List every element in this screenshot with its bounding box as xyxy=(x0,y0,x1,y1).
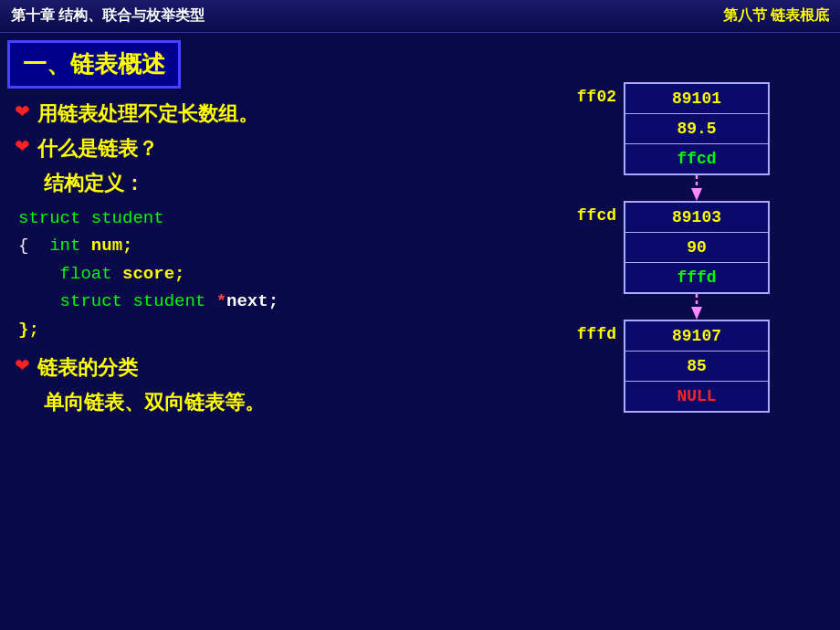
code-struct-student-2: struct student xyxy=(60,291,216,311)
node-group-3: fffd 89107 85 NULL xyxy=(566,320,822,413)
header-left-title: 第十章 结构、联合与枚举类型 xyxy=(11,6,205,26)
arrow-down-2 xyxy=(624,294,770,320)
node-cell-3-1: 89107 xyxy=(625,321,768,352)
arrow-svg-1 xyxy=(669,175,724,201)
dots-1 xyxy=(624,175,822,201)
diagram: ff02 89101 89.5 ffcd ffcd 89103 90 fffd xyxy=(566,82,822,413)
node-group-1: ff02 89101 89.5 ffcd xyxy=(566,82,822,175)
node-cell-3-2: 85 xyxy=(625,352,768,382)
node-box-1: 89101 89.5 ffcd xyxy=(624,82,770,175)
node-cell-2-2: 90 xyxy=(625,233,768,263)
node-group-2: ffcd 89103 90 fffd xyxy=(566,201,822,294)
bullet-text-3: 链表的分类 xyxy=(37,354,138,382)
bullet-icon-2: ❤ xyxy=(15,137,30,155)
arrow-svg-2 xyxy=(669,294,724,320)
node-cell-2-3: fffd xyxy=(625,263,768,292)
arrow-down-1 xyxy=(624,175,770,201)
bullet-icon-3: ❤ xyxy=(15,356,30,374)
code-indent-1 xyxy=(18,264,60,284)
bullet-text-2: 什么是链表？ xyxy=(37,135,158,163)
node-box-2: 89103 90 fffd xyxy=(624,201,770,294)
node-label-2: ffcd xyxy=(566,201,616,225)
svg-marker-3 xyxy=(691,307,702,320)
node-box-3: 89107 85 NULL xyxy=(624,320,770,413)
code-float: float xyxy=(60,264,112,284)
code-score: score; xyxy=(112,264,185,284)
header-right-title: 第八节 链表根底 xyxy=(723,6,829,26)
section-title: 一、链表概述 xyxy=(23,50,165,78)
node-cell-1-2: 89.5 xyxy=(625,114,768,144)
dots-2 xyxy=(624,294,822,320)
code-num: num; xyxy=(80,236,132,256)
code-brace-open: { xyxy=(18,236,49,256)
node-label-3: fffd xyxy=(566,320,616,343)
code-pointer-star: * xyxy=(216,291,226,311)
node-cell-1-3: ffcd xyxy=(625,144,768,173)
code-close-brace: }; xyxy=(18,320,39,340)
code-next: next; xyxy=(226,291,278,311)
node-cell-2-1: 89103 xyxy=(625,203,768,233)
node-label-1: ff02 xyxy=(566,82,616,106)
bullet-icon-1: ❤ xyxy=(15,102,30,121)
code-struct-student-1: struct student xyxy=(18,208,164,228)
section-title-box: 一、链表概述 xyxy=(7,40,181,89)
code-int: int xyxy=(49,236,80,256)
bullet-text-1: 用链表处理不定长数组。 xyxy=(37,100,258,128)
code-indent-2 xyxy=(18,291,60,311)
svg-marker-1 xyxy=(691,188,702,201)
node-cell-3-3: NULL xyxy=(625,382,768,411)
node-cell-1-1: 89101 xyxy=(625,84,768,114)
header-bar: 第十章 结构、联合与枚举类型 第八节 链表根底 xyxy=(0,0,840,33)
